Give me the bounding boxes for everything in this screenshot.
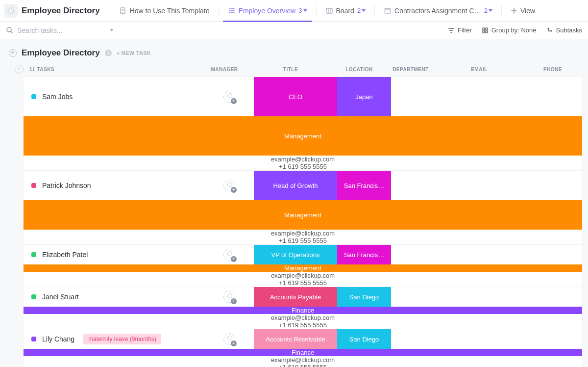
manager-cell[interactable] (205, 77, 254, 116)
task-name: Elizabeth Patel (42, 251, 88, 259)
groupby-button[interactable]: Group by: None (482, 26, 537, 34)
manager-cell[interactable] (205, 245, 254, 264)
divider (501, 6, 502, 16)
phone-cell[interactable]: +1 619 555 5555 (24, 321, 582, 329)
tab-count[interactable]: 3 (298, 7, 307, 14)
filter-button[interactable]: Filter (448, 26, 472, 34)
location-cell[interactable]: San Diego (337, 329, 391, 349)
task-name: Janel Stuart (42, 293, 79, 301)
email-cell[interactable]: example@clickup.com (24, 230, 582, 237)
location-cell[interactable]: San Diego (337, 287, 391, 307)
toolbar-right: Filter Group by: None Subtasks (448, 26, 582, 34)
divider (219, 6, 219, 16)
chevron-down-icon[interactable] (110, 29, 114, 31)
task-name-cell[interactable]: Patrick Johnson (24, 171, 205, 200)
col-title[interactable]: TITLE (249, 67, 332, 72)
email-cell[interactable]: example@clickup.com (24, 272, 582, 279)
col-manager[interactable]: MANAGER (200, 67, 249, 72)
department-cell[interactable]: Management (24, 264, 582, 272)
tab-count[interactable]: 2 (357, 7, 366, 14)
page-title: Employee Directory (22, 6, 100, 16)
status-square[interactable] (31, 94, 36, 99)
table-row[interactable]: Elizabeth Patel VP of Operations San Fra… (24, 244, 582, 287)
email-cell[interactable]: example@clickup.com (24, 356, 582, 364)
title-cell[interactable]: Accounts Payable (254, 287, 337, 307)
table-row[interactable]: Janel Stuart Accounts Payable San Diego … (24, 287, 582, 329)
tab-how-to[interactable]: How to Use This Template (114, 0, 215, 22)
tab-contractors[interactable]: Contractors Assignment C… 2 (379, 0, 497, 22)
col-email[interactable]: EMAIL (435, 67, 523, 72)
task-name-cell[interactable]: Sam Jobs (24, 77, 205, 116)
status-square[interactable] (31, 294, 36, 299)
title-cell[interactable]: CEO (254, 77, 337, 116)
email-cell[interactable]: example@clickup.com (24, 314, 582, 321)
manager-cell[interactable] (205, 171, 254, 200)
location-cell[interactable]: San Francis… (337, 171, 391, 200)
add-view-label: View (520, 7, 535, 15)
department-cell[interactable]: Finance (24, 307, 582, 314)
svg-rect-8 (486, 31, 488, 33)
status-square[interactable] (31, 252, 36, 257)
manager-cell[interactable] (205, 287, 254, 307)
location-cell[interactable]: Japan (337, 77, 391, 116)
svg-rect-2 (326, 8, 332, 13)
location-cell[interactable]: San Francis… (337, 245, 391, 264)
svg-rect-5 (483, 28, 485, 30)
manager-cell[interactable] (205, 329, 254, 349)
tab-label: Employe Overview (239, 7, 296, 15)
department-cell[interactable]: Finance (24, 349, 582, 356)
svg-rect-3 (385, 8, 391, 13)
title-cell[interactable]: Head of Growth (254, 171, 337, 200)
task-name: Lily Chang (42, 335, 74, 343)
board-icon (325, 7, 333, 15)
task-name-cell[interactable]: Elizabeth Patel (24, 245, 205, 264)
status-square[interactable] (31, 183, 36, 188)
table-row[interactable]: Lily Chang maternity leave (9months) Acc… (24, 329, 582, 367)
search-wrap (6, 26, 114, 34)
task-name-cell[interactable]: Lily Chang maternity leave (9months) (24, 329, 205, 349)
section-title: Employee Directory (22, 48, 100, 58)
table-row[interactable]: Sam Jobs CEO Japan Management example@cl… (24, 77, 582, 170)
calendar-icon (384, 7, 392, 15)
collapse-toggle[interactable] (9, 49, 17, 57)
phone-cell[interactable]: +1 619 555 5555 (24, 163, 582, 170)
department-cell[interactable]: Management (24, 200, 582, 230)
assign-manager-icon[interactable] (223, 333, 235, 345)
col-location[interactable]: LOCATION (332, 67, 386, 72)
divider (316, 6, 317, 16)
chevron-down-icon (362, 9, 366, 12)
add-view-button[interactable]: View (506, 0, 540, 22)
col-department[interactable]: DEPARTMENT (386, 67, 435, 72)
table-row[interactable]: Patrick Johnson Head of Growth San Franc… (24, 170, 582, 244)
task-name-cell[interactable]: Janel Stuart (24, 287, 205, 307)
assign-manager-icon[interactable] (223, 180, 235, 191)
phone-cell[interactable]: +1 619 555 5555 (24, 279, 582, 287)
status-square[interactable] (31, 337, 36, 341)
subtasks-button[interactable]: Subtasks (546, 26, 582, 34)
new-task-button[interactable]: + NEW TASK (117, 50, 151, 56)
title-cell[interactable]: Accounts Receivable (254, 329, 337, 349)
search-input[interactable] (17, 26, 106, 34)
col-phone[interactable]: PHONE (523, 67, 582, 72)
toolbar: Filter Group by: None Subtasks (0, 22, 588, 39)
phone-cell[interactable]: +1 619 555 5555 (24, 237, 582, 244)
title-cell[interactable]: VP of Operations (254, 245, 337, 264)
tab-count[interactable]: 2 (484, 7, 492, 14)
email-cell[interactable]: example@clickup.com (24, 156, 582, 163)
column-collapse-toggle[interactable] (15, 65, 24, 74)
doc-icon (119, 7, 127, 15)
search-icon (6, 26, 13, 34)
chevron-down-icon (303, 9, 307, 12)
filter-icon (448, 27, 455, 34)
assign-manager-icon[interactable] (223, 91, 235, 103)
list-icon (228, 7, 236, 15)
tab-overview[interactable]: Employe Overview 3 (223, 0, 312, 22)
info-icon[interactable]: i (105, 50, 112, 56)
assign-manager-icon[interactable] (223, 249, 235, 261)
svg-rect-7 (483, 31, 485, 33)
department-cell[interactable]: Management (24, 116, 582, 156)
phone-cell[interactable]: +1 619 555 5555 (24, 364, 582, 367)
tab-board[interactable]: Board 2 (320, 0, 371, 22)
assign-manager-icon[interactable] (223, 291, 235, 303)
space-icon[interactable] (4, 4, 18, 18)
